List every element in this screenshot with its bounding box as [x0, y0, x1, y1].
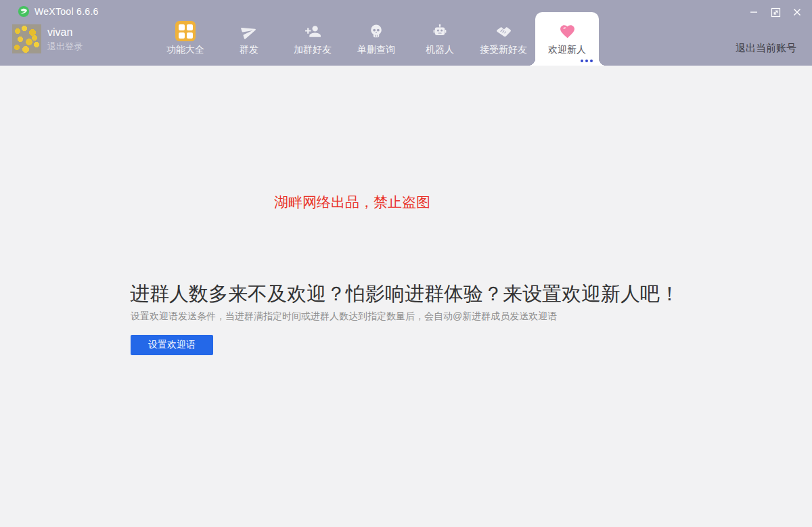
robot-icon — [432, 20, 448, 42]
tab-robot[interactable]: 机器人 — [408, 12, 472, 66]
handshake-icon — [495, 20, 512, 42]
tab-accept-new-friends[interactable]: 接受新好友 — [472, 12, 535, 66]
paper-plane-icon — [241, 20, 258, 42]
tab-single-delete-check[interactable]: 单删查询 — [344, 12, 408, 66]
header-bar: WeXTool 6.6.6 vivan 退出登录 — [0, 0, 812, 66]
restore-icon[interactable] — [765, 4, 786, 20]
tab-more-dots-icon[interactable] — [581, 60, 593, 62]
avatar[interactable] — [12, 24, 41, 53]
close-icon[interactable] — [786, 4, 808, 20]
person-add-icon — [304, 20, 321, 42]
tab-label: 群发 — [240, 44, 258, 56]
tab-label: 加群好友 — [294, 44, 332, 56]
set-welcome-message-button[interactable]: 设置欢迎语 — [131, 335, 213, 355]
watermark-text: 湖畔网络出品，禁止盗图 — [274, 193, 430, 212]
user-name: vivan — [47, 26, 83, 39]
tab-label: 单删查询 — [357, 44, 395, 56]
tab-label: 机器人 — [426, 44, 454, 56]
minimize-icon[interactable] — [743, 4, 765, 20]
tab-features[interactable]: 功能大全 — [154, 12, 217, 66]
main-content: 湖畔网络出品，禁止盗图 进群人数多来不及欢迎？怕影响进群体验？来设置欢迎新人吧！… — [0, 66, 812, 527]
tab-add-group-friends[interactable]: 加群好友 — [281, 12, 344, 66]
tab-label: 功能大全 — [166, 44, 204, 56]
window-controls — [743, 4, 808, 20]
app-logo-icon — [18, 5, 30, 18]
logout-account-button[interactable]: 退出当前账号 — [736, 42, 796, 55]
page-headline: 进群人数多来不及欢迎？怕影响进群体验？来设置欢迎新人吧！ — [130, 281, 679, 308]
tab-label: 欢迎新人 — [548, 44, 586, 56]
user-block: vivan 退出登录 — [12, 24, 83, 53]
grid-icon — [175, 20, 196, 42]
window-title: WeXTool 6.6.6 — [35, 6, 99, 17]
tab-label: 接受新好友 — [480, 44, 527, 56]
page-description: 设置欢迎语发送条件，当进群满指定时间或进群人数达到指定数量后，会自动@新进群成员… — [131, 311, 557, 323]
logout-link[interactable]: 退出登录 — [47, 41, 83, 52]
main-nav: 功能大全 群发 加群好友 — [154, 12, 599, 66]
heart-icon — [559, 20, 576, 42]
tab-welcome-new[interactable]: 欢迎新人 — [535, 12, 599, 66]
tab-mass-send[interactable]: 群发 — [217, 12, 281, 66]
skull-icon — [368, 20, 384, 42]
